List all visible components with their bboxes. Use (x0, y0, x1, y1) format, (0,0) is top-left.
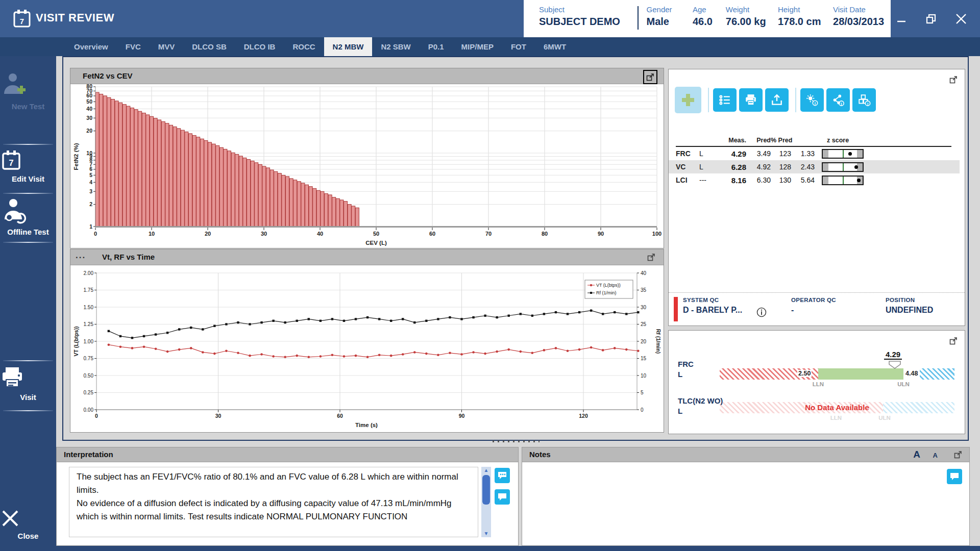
sidebar-divider (3, 410, 53, 411)
print-button[interactable] (739, 88, 763, 112)
meas-value: 8.16 (717, 176, 746, 185)
interpretation-scrollbar[interactable]: ▲ ▼ (481, 467, 491, 537)
svg-text:1.75: 1.75 (84, 287, 94, 293)
svg-text:90: 90 (459, 413, 465, 419)
notes-text-area[interactable] (522, 462, 969, 545)
param-unit: L (699, 163, 717, 171)
fetn2-expand-icon[interactable] (643, 70, 657, 84)
position-value: UNDEFINED (886, 306, 933, 315)
system-qc-info-icon[interactable] (756, 307, 767, 317)
tab-mip-mep[interactable]: MIP/MEP (453, 37, 502, 56)
fetn2-cev-chart[interactable]: 8070605040302010987654321010203040506070… (70, 84, 663, 247)
svg-text:3: 3 (89, 188, 92, 194)
tlc-range-gauge: No Data Available LLN ULN (720, 402, 954, 413)
visit-calendar-icon: 7 (12, 8, 32, 29)
subject-label: Subject (539, 5, 638, 14)
chart-menu-dots-icon[interactable]: ... (76, 251, 86, 261)
tlc-lln-label: LLN (827, 415, 845, 421)
notes-comment-button[interactable] (947, 469, 962, 484)
position-label: POSITION (886, 297, 933, 303)
minimize-button[interactable] (891, 9, 912, 29)
svg-text:7: 7 (9, 158, 13, 168)
interpretation-text[interactable]: The subject has an FEV1/FVC% ratio of 80… (69, 467, 478, 537)
svg-text:60: 60 (337, 413, 343, 419)
package-info-button[interactable]: i (852, 88, 876, 112)
tab-dlco-sb[interactable]: DLCO SB (183, 37, 235, 56)
scroll-up-icon[interactable]: ▲ (481, 467, 491, 474)
tab-p01[interactable]: P0.1 (420, 37, 453, 56)
font-increase-button[interactable]: A (913, 449, 920, 460)
sidebar-item-close[interactable]: Close (0, 508, 56, 540)
vt-rf-chart-header: ... Vt, RF vs Time (70, 249, 664, 265)
svg-text:30: 30 (641, 305, 647, 310)
svg-text:i: i (815, 101, 816, 106)
col-z-score: z score (815, 137, 864, 144)
trial-list-button[interactable] (713, 88, 737, 112)
close-window-button[interactable] (951, 9, 971, 29)
toolbar-divider (795, 88, 796, 112)
pct-pred-value: 130 (771, 176, 791, 184)
splitter-drag-handle[interactable] (493, 440, 540, 442)
svg-text:20: 20 (86, 128, 92, 134)
svg-text:6: 6 (89, 166, 92, 172)
frc-marker-pointer-icon (889, 361, 901, 369)
svg-text:5: 5 (89, 172, 92, 178)
notes-title: Notes (529, 450, 551, 459)
scroll-down-icon[interactable]: ▼ (481, 530, 491, 537)
svg-text:90: 90 (598, 231, 604, 237)
subject-value: SUBJECT DEMO (539, 16, 638, 28)
gas-info-button[interactable]: i (826, 88, 850, 112)
frc-range-gauge: 2.50 4.48 LLN ULN 4.29 (720, 368, 954, 380)
scrollbar-thumb[interactable] (482, 475, 490, 505)
svg-text:120: 120 (579, 413, 588, 419)
param-name: FRC (676, 149, 699, 158)
svg-text:60: 60 (429, 231, 435, 237)
tab-n2-sbw[interactable]: N2 SBW (372, 37, 419, 56)
svg-text:30: 30 (86, 115, 92, 121)
restore-button[interactable] (921, 9, 941, 29)
vt-rf-expand-icon[interactable] (645, 251, 657, 263)
svg-text:1.00: 1.00 (84, 339, 94, 344)
operator-qc-label: OPERATOR QC (791, 297, 836, 303)
svg-text:4: 4 (89, 179, 92, 185)
table-row[interactable]: FRC L 4.29 3.49 123 1.33 (669, 147, 960, 160)
tab-rocc[interactable]: ROCC (284, 37, 324, 56)
svg-text:1.25: 1.25 (84, 321, 94, 327)
pred-value: 3.49 (746, 149, 771, 158)
tab-fvc[interactable]: FVC (117, 37, 150, 56)
svg-text:20: 20 (641, 339, 647, 344)
vt-rf-time-chart[interactable]: 2.001.751.501.251.000.750.500.250.004035… (70, 265, 663, 432)
frc-uln-label: ULN (894, 381, 913, 387)
add-test-button[interactable] (675, 87, 701, 113)
tab-dlco-ib[interactable]: DLCO IB (235, 37, 284, 56)
tab-n2-mbw[interactable]: N2 MBW (324, 37, 373, 56)
interpretation-comment-button[interactable] (495, 489, 510, 505)
sidebar-item-new-test[interactable]: New Test (0, 71, 56, 111)
sidebar-item-offline-test[interactable]: Offline Test (0, 198, 56, 236)
tab-mvv[interactable]: MVV (150, 37, 184, 56)
sidebar-item-print-visit[interactable]: Visit (0, 366, 56, 402)
range-panel-expand-icon[interactable] (947, 335, 960, 347)
new-test-label: New Test (0, 102, 56, 111)
export-button[interactable] (765, 88, 789, 112)
interpretation-header: Interpretation (57, 447, 518, 462)
font-decrease-button[interactable]: A (933, 452, 938, 459)
pred-value: 6.30 (746, 176, 771, 184)
results-expand-icon[interactable] (947, 73, 960, 86)
visit-content-frame: FetN2 vs CEV 807060504030201098765432101… (62, 56, 969, 441)
param-name: VC (676, 163, 699, 171)
table-row[interactable]: VC L 6.28 4.92 128 2.43 (669, 160, 960, 173)
vt-rf-time-chart-panel: ... Vt, RF vs Time 2.001.751.501.251.000… (70, 249, 664, 433)
table-row[interactable]: LCI --- 8.16 6.30 130 5.64 (669, 173, 960, 187)
tab-overview[interactable]: Overview (65, 37, 117, 56)
sidebar-item-edit-visit[interactable]: 7 Edit Visit (0, 149, 56, 183)
new-test-icon (0, 71, 56, 99)
environment-info-button[interactable]: i (800, 88, 824, 112)
notes-expand-icon[interactable] (952, 448, 964, 461)
meas-value: 4.29 (717, 149, 746, 158)
tab-fot[interactable]: FOT (502, 37, 535, 56)
tab-6mwt[interactable]: 6MWT (535, 37, 575, 56)
normal-range-panel: FRCL 2.50 4.48 LLN ULN 4.29 TLC(N2 WO)L … (668, 330, 965, 434)
svg-text:5: 5 (641, 390, 644, 395)
interpretation-settings-button[interactable] (495, 468, 510, 483)
